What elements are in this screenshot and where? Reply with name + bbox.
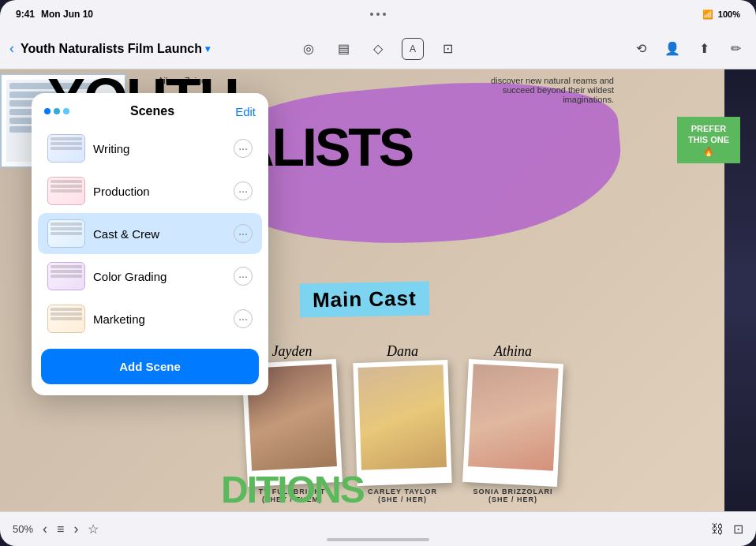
- next-page-button[interactable]: ›: [73, 521, 78, 537]
- time-display: 9:41: [16, 9, 35, 20]
- scene-item-marketing[interactable]: Marketing ···: [38, 298, 262, 339]
- auditions-text: DITIONS: [221, 468, 364, 511]
- scene-more-writing[interactable]: ···: [234, 139, 253, 158]
- status-bar-right: 📶 100%: [702, 9, 740, 20]
- toolbar-layout-icon[interactable]: ▤: [332, 38, 354, 60]
- scenes-edit-button[interactable]: Edit: [235, 105, 256, 118]
- scenes-dots: [44, 108, 69, 114]
- toolbar-right: ⟲ 👤 ⬆ ✏: [630, 38, 747, 60]
- cast-name-2: CARLEY TAYLOR (SHE / HER): [368, 488, 437, 503]
- scene-item-cast-crew[interactable]: Cast & Crew ···: [38, 213, 262, 254]
- toolbar-diamond-icon[interactable]: ◇: [367, 38, 389, 60]
- scene-name-cast: Cast & Crew: [93, 227, 226, 241]
- scene-more-marketing[interactable]: ···: [234, 309, 253, 328]
- canvas-area[interactable]: Aileen Zeigen discover new natural reams…: [0, 69, 756, 511]
- thumb-line: [51, 185, 82, 188]
- dot-1: [44, 108, 51, 114]
- zoom-level[interactable]: 50%: [13, 523, 33, 535]
- dot-3: [63, 108, 69, 114]
- back-button[interactable]: ‹: [9, 40, 14, 57]
- thumb-line: [51, 265, 82, 268]
- thumb-line: [51, 270, 82, 273]
- dot-2: [54, 108, 60, 114]
- ipad-frame: 9:41 Mon Jun 10 📶 100% ‹ Youth Naturalis…: [0, 0, 756, 546]
- thumb-inner-color: [48, 263, 84, 290]
- status-dot-3: [383, 13, 386, 16]
- bottom-bar-left: 50% ‹ ≡ › ☆: [13, 521, 99, 537]
- scene-name-marketing: Marketing: [93, 312, 226, 326]
- thumb-line: [51, 142, 82, 145]
- thumb-inner-production: [48, 178, 84, 204]
- scene-thumb-marketing: [47, 305, 85, 333]
- bookmark-icon[interactable]: ☆: [88, 522, 99, 537]
- scene-more-production[interactable]: ···: [234, 181, 253, 200]
- scene-name-writing: Writing: [93, 142, 226, 155]
- toolbar-photo-icon[interactable]: ⊡: [436, 38, 458, 60]
- home-indicator: [327, 538, 429, 541]
- status-dot-2: [376, 13, 380, 16]
- scene-thumb-writing: [47, 134, 85, 163]
- sticky-note: PREFER THIS ONE 🔥: [677, 117, 740, 163]
- description-overlay: discover new natural reams and succeed b…: [488, 76, 614, 104]
- cast-item-2: Dana CARLEY TAYLOR (SHE / HER): [355, 343, 450, 503]
- status-bar-left: 9:41 Mon Jun 10: [16, 9, 93, 20]
- toolbar-circle-icon[interactable]: ◎: [298, 38, 320, 60]
- thumb-line: [51, 189, 82, 193]
- thumb-inner-writing: [48, 135, 84, 162]
- toolbar-text-icon[interactable]: A: [402, 38, 424, 60]
- scenes-panel: Scenes Edit Writing ···: [32, 93, 268, 395]
- edit-icon[interactable]: ✏: [724, 38, 747, 60]
- scene-thumb-color: [47, 262, 85, 290]
- scene-thumb-production: [47, 177, 85, 205]
- thumb-line: [51, 147, 82, 150]
- scene-name-production: Production: [93, 185, 226, 198]
- project-title-text: Youth Naturalists Film Launch: [21, 42, 202, 56]
- scene-item-color-grading[interactable]: Color Grading ···: [38, 256, 262, 297]
- list-view-icon[interactable]: ≡: [57, 522, 64, 537]
- scene-item-writing[interactable]: Writing ···: [38, 128, 262, 169]
- polaroid-img-2: [358, 365, 447, 470]
- date-display: Mon Jun 10: [41, 9, 93, 20]
- scenes-panel-header: Scenes Edit: [32, 93, 268, 126]
- scenes-title: Scenes: [130, 104, 174, 118]
- status-bar: 9:41 Mon Jun 10 📶 100%: [0, 0, 756, 28]
- thumb-line: [51, 317, 82, 320]
- cast-script-name-3: Athina: [494, 343, 532, 360]
- title-chevron-icon: ▾: [205, 43, 210, 54]
- share-icon[interactable]: ⬆: [693, 38, 715, 60]
- toolbar-center: ◎ ▤ ◇ A ⊡: [298, 38, 458, 60]
- cast-script-name-2: Dana: [387, 343, 418, 360]
- thumb-line: [51, 312, 82, 316]
- main-cast-label: Main Cast: [300, 282, 430, 318]
- scene-item-production[interactable]: Production ···: [38, 170, 262, 211]
- cast-name-3: SONIA BRIZZOLARI (SHE / HER): [473, 488, 552, 503]
- collaborate-icon[interactable]: ⟲: [630, 38, 652, 60]
- link-icon[interactable]: ⛓: [711, 522, 724, 537]
- wifi-icon: 📶: [702, 9, 713, 20]
- bottom-bar-right: ⛓ ⊡: [711, 522, 743, 537]
- thumb-inner-marketing: [48, 305, 84, 332]
- thumb-line: [51, 223, 82, 226]
- status-bar-center: [370, 13, 386, 16]
- battery-label: 100%: [718, 9, 740, 19]
- polaroid-2: [353, 360, 451, 486]
- view-mode-icon[interactable]: ⊡: [733, 522, 743, 537]
- thumb-line: [51, 308, 82, 311]
- cast-script-name-1: Jayden: [272, 343, 313, 360]
- prev-page-button[interactable]: ‹: [43, 521, 47, 537]
- scene-more-color[interactable]: ···: [234, 267, 253, 286]
- status-dot-1: [370, 13, 373, 16]
- thumb-line: [51, 180, 82, 183]
- user-icon[interactable]: 👤: [661, 38, 683, 60]
- thumb-inner-cast: [48, 220, 84, 247]
- thumb-line: [51, 275, 82, 278]
- toolbar: ‹ Youth Naturalists Film Launch ▾ ◎ ▤ ◇ …: [0, 28, 756, 69]
- project-title[interactable]: Youth Naturalists Film Launch ▾: [21, 42, 210, 56]
- polaroid-3: [462, 359, 563, 487]
- polaroid-img-3: [468, 364, 559, 470]
- scene-name-color: Color Grading: [93, 270, 226, 283]
- scene-more-cast[interactable]: ···: [234, 224, 253, 243]
- thumb-line: [51, 227, 82, 230]
- cast-item-3: Athina SONIA BRIZZOLARI (SHE / HER): [466, 343, 560, 503]
- add-scene-button[interactable]: Add Scene: [41, 349, 259, 384]
